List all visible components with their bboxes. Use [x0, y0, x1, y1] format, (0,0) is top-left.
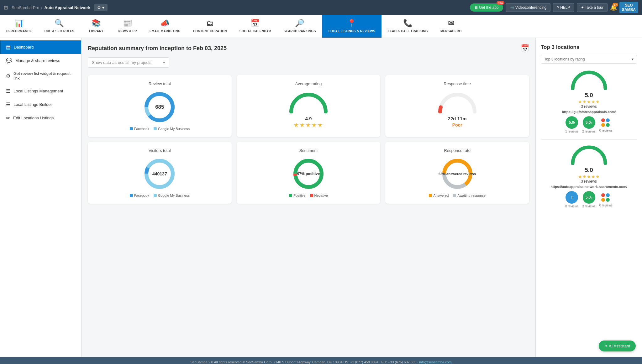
nav-item-mensahero[interactable]: ✉ MENSAHERO [434, 15, 468, 38]
badge2-score-g: 5.0g [583, 191, 595, 204]
nav-item-url-seo[interactable]: 🔍 URL & SEO RULES [38, 15, 81, 38]
notification-badge: 17 [613, 3, 618, 7]
sidebar-item-local-listings-builder[interactable]: ☰ Local Listings Builder [0, 98, 81, 111]
metric-visitors-title: Visitors total [93, 148, 227, 153]
sidebar-item-manage-reviews[interactable]: 💬 Manage & share reviews [0, 54, 81, 67]
nav-label-social-calendar: SOCIAL CALENDAR [239, 29, 271, 33]
response-rate-donut: 65% answered reviews [440, 157, 475, 191]
review-widget-icon: ⚙ [6, 73, 10, 79]
take-tour-button[interactable]: ✦ Take a tour [577, 3, 608, 12]
top3-chevron-icon: ▾ [632, 57, 634, 61]
sentiment-donut: 97% positive [291, 157, 326, 191]
nav-item-search-rankings[interactable]: 🔎 SEARCH RANKINGS [277, 15, 322, 38]
location2-badge-fb: f 0 reviews [565, 191, 578, 208]
nav-item-news-pr[interactable]: 📰 NEWS & PR [112, 15, 143, 38]
response-time-status: Poor [390, 122, 524, 127]
sidebar-label-local-listings-mgmt: Local Listings Management [13, 89, 63, 93]
local-listings-mgmt-icon: ☰ [6, 88, 10, 94]
response-time-gauge [437, 90, 478, 113]
brand-label[interactable]: SeoSamba Pro [12, 5, 39, 10]
top3-filter-dropdown[interactable]: Top 3 locations by rating ▾ [541, 55, 637, 64]
nav-label-url-seo: URL & SEO RULES [45, 29, 74, 33]
sidebar-item-edit-locations[interactable]: ✏ Edit Locations Listings [0, 111, 81, 125]
current-project[interactable]: Auto Appraisal Network [45, 5, 91, 10]
lead-call-icon: 📞 [403, 19, 413, 28]
badge-dots-reviews: 0 reviews [599, 129, 613, 132]
nav-label-local-listings: LOCAL LISTINGS & REVIEWS [329, 29, 375, 33]
badge2-g-reviews: 3 reviews [582, 205, 595, 208]
visitors-total-value: 440137 [152, 171, 167, 176]
location1-reviews: 3 reviews [541, 104, 637, 109]
brand-path: SeoSamba Pro › Auto Appraisal Network [12, 5, 90, 10]
nav-label-search-rankings: SEARCH RANKINGS [284, 29, 316, 33]
metric-review-total: Review total 685 Facebook Google My Busi… [88, 75, 232, 137]
location2-url[interactable]: https://autoappraisalnetwork-sacramento.… [541, 185, 637, 189]
avg-rating-gauge [288, 90, 329, 113]
sidebar-label-review-widget: Get review list widget & request link [13, 71, 76, 81]
nav-item-lead-call[interactable]: 📞 LEAD & CALL TRACKING [382, 15, 434, 38]
dropdown-chevron-icon: ▾ [163, 60, 165, 65]
nav-label-content-curation: CONTENT CURATION [193, 29, 227, 33]
badge2-dots-reviews: 0 reviews [599, 204, 613, 207]
nav-item-content-curation[interactable]: 🗂 CONTENT CURATION [187, 15, 233, 38]
url-seo-icon: 🔍 [55, 19, 64, 28]
badge-fb-reviews: 1 reviews [565, 130, 578, 133]
metric-avg-rating-title: Average rating [242, 81, 376, 86]
page-footer: SeoSamba 2.0 All rights reserved © SeoSa… [0, 357, 642, 364]
nav-label-email-marketing: EMAIL MARKETING [150, 29, 181, 33]
footer-email-link[interactable]: info@seosamba.com [419, 360, 452, 364]
sidebar-item-local-listings-mgmt[interactable]: ☰ Local Listings Management [0, 84, 81, 98]
icon-nav: 📊 PERFORMANCE 🔍 URL & SEO RULES 📚 LIBRAR… [0, 15, 642, 38]
location1-badge-dots: 0 reviews [599, 116, 613, 133]
grid-icon[interactable]: ⊞ [4, 5, 8, 11]
videoconferencing-button[interactable]: 📹 Videoconferencing [506, 3, 551, 12]
main-layout: ▤ Dashboard 💬 Manage & share reviews ⚙ G… [0, 38, 642, 357]
sidebar-item-dashboard[interactable]: ▤ Dashboard [0, 40, 81, 54]
top3-title: Top 3 locations [541, 44, 637, 50]
nav-item-performance[interactable]: 📊 PERFORMANCE [0, 15, 38, 38]
gear-button[interactable]: ⚙ ▾ [94, 4, 108, 11]
sidebar-label-manage-reviews: Manage & share reviews [15, 58, 60, 63]
ai-assistant-label: ✦ AI Assistant [604, 344, 630, 348]
badge-blue-fb: f [566, 191, 578, 204]
nav-label-performance: PERFORMANCE [6, 29, 32, 33]
project-filter-dropdown[interactable]: Show data across all my projects ▾ [88, 57, 169, 68]
nav-label-news-pr: NEWS & PR [118, 29, 137, 33]
nav-item-library[interactable]: 📚 LIBRARY [81, 15, 112, 38]
badge2-dots-container [599, 191, 612, 204]
response-rate-legend: Answered Awaiting response [390, 194, 524, 197]
legend-positive: Positive [293, 194, 306, 197]
nav-item-social-calendar[interactable]: 📅 SOCIAL CALENDAR [233, 15, 277, 38]
breadcrumb-sep: › [41, 5, 42, 10]
metric-response-rate: Response rate 65% answered reviews Answe… [385, 142, 529, 204]
legend-visitors-facebook: Facebook [134, 194, 149, 197]
legend-facebook: Facebook [134, 127, 149, 131]
nav-label-library: LIBRARY [89, 29, 103, 33]
sentiment-value: 97% positive [297, 172, 320, 176]
reputation-title: Reputation summary from inception to Feb… [88, 45, 227, 52]
metric-sentiment: Sentiment 97% positive Positive Negative [237, 142, 381, 204]
sidebar: ▤ Dashboard 💬 Manage & share reviews ⚙ G… [0, 38, 82, 357]
location2-reviews: 3 reviews [541, 179, 637, 184]
nav-item-email-marketing[interactable]: 📣 EMAIL MARKETING [143, 15, 187, 38]
nav-item-local-listings[interactable]: 📍 LOCAL LISTINGS & REVIEWS [322, 15, 382, 38]
visitors-legend: Facebook Google My Business [93, 194, 227, 197]
metric-average-rating: Average rating 4.9 ★★★★★ [237, 75, 381, 137]
ai-assistant-button[interactable]: ✦ AI Assistant [599, 341, 636, 351]
calendar-icon[interactable]: 📅 [521, 44, 529, 52]
sidebar-item-review-widget[interactable]: ⚙ Get review list widget & request link [0, 67, 81, 84]
legend-negative: Negative [314, 194, 328, 197]
location-card-1: 5.0 ★★★★★ 3 reviews https://gulfstatesap… [541, 69, 637, 133]
new-badge: new [497, 1, 504, 5]
badge2-fb-reviews: 0 reviews [565, 205, 578, 208]
metric-response-time: Response time 22d 11m Poor [385, 75, 529, 137]
notifications-button[interactable]: 🔔17 [610, 4, 617, 11]
help-button[interactable]: ? HELP [553, 3, 574, 12]
avg-rating-stars: ★★★★★ [242, 121, 376, 129]
get-app-button[interactable]: 🖥 Get the app new [470, 3, 503, 12]
location2-score: 5.0 [541, 167, 637, 174]
location1-score: 5.0 [541, 92, 637, 99]
location1-badges: 5.0f 1 reviews 5.0g 2 reviews 0 reviews [541, 116, 637, 133]
location1-url[interactable]: https://gulfstatesappraisals.com/ [541, 110, 637, 114]
local-listings-builder-icon: ☰ [6, 101, 10, 107]
